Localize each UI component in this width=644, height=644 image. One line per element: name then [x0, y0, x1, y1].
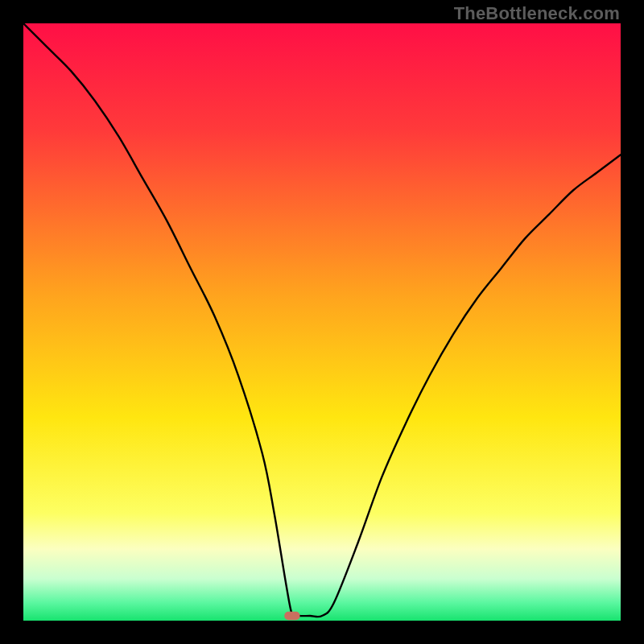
chart-container: TheBottleneck.com	[0, 0, 644, 644]
optimal-marker	[284, 612, 299, 620]
bottleneck-chart	[23, 23, 621, 621]
gradient-background	[23, 23, 621, 621]
watermark-text: TheBottleneck.com	[454, 3, 620, 24]
